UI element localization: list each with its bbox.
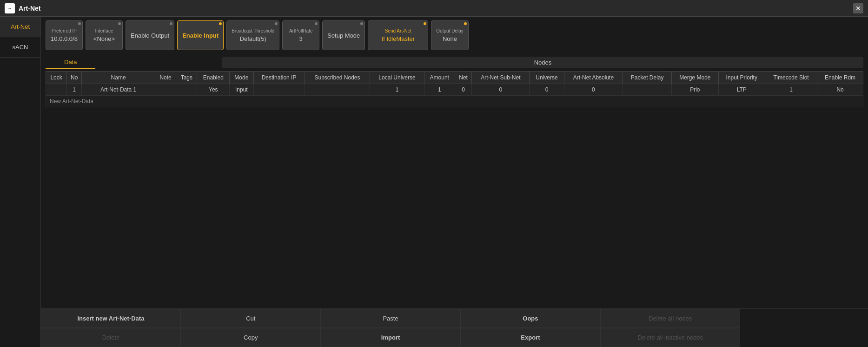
- interface-value: <None>: [93, 35, 115, 42]
- corner-indicator: [360, 22, 363, 25]
- col-packet-delay: Packet Delay: [623, 72, 672, 84]
- copy-button[interactable]: Copy: [181, 328, 321, 347]
- col-mode: Mode: [230, 72, 253, 84]
- controls-bar: Preferred IP 10.0.0.0/8 Interface <None>…: [41, 17, 868, 54]
- corner-indicator: [170, 22, 172, 25]
- artpollrate-control[interactable]: ArtPollRate 3: [282, 20, 319, 50]
- tab-data[interactable]: Data: [46, 56, 95, 69]
- col-local-universe: Local Universe: [370, 72, 424, 84]
- bottom-row-1: Insert new Art-Net-Data Cut Paste Oops D…: [41, 309, 868, 328]
- col-artnet-absolute: Art-Net Absolute: [564, 72, 623, 84]
- col-artnet-subnet: Art-Net Sub-Net: [472, 72, 530, 84]
- app-title: Art-Net: [19, 5, 40, 12]
- broadcast-threshold-control[interactable]: Broadcast Threshold Default(5): [226, 20, 279, 50]
- enable-input-control[interactable]: Enable Input: [177, 20, 224, 50]
- interface-label: Interface: [95, 28, 113, 33]
- import-button[interactable]: Import: [321, 328, 461, 347]
- content-area: Preferred IP 10.0.0.0/8 Interface <None>…: [41, 17, 868, 347]
- bottom-bar: Insert new Art-Net-Data Cut Paste Oops D…: [41, 308, 868, 347]
- col-enabled: Enabled: [197, 72, 230, 84]
- table-container: Lock No Name Note Tags Enabled Mode Dest…: [41, 71, 868, 308]
- enable-input-value: Enable Input: [182, 32, 219, 39]
- bottom-rows: Insert new Art-Net-Data Cut Paste Oops D…: [41, 309, 868, 347]
- section-bar: Data Nodes: [41, 54, 868, 71]
- col-universe: Universe: [530, 72, 564, 84]
- preferred-ip-control[interactable]: Preferred IP 10.0.0.0/8: [46, 20, 83, 50]
- paste-button[interactable]: Paste: [321, 309, 461, 328]
- close-button[interactable]: ✕: [853, 3, 863, 13]
- cut-button[interactable]: Cut: [181, 309, 321, 328]
- col-subscribed-nodes: Subscribed Nodes: [305, 72, 370, 84]
- table-row[interactable]: 1Art-Net-Data 1YesInput110000PrioLTP1No: [46, 84, 863, 96]
- delete-all-nodes-button: Delete all nodes: [600, 309, 740, 328]
- corner-indicator: [78, 22, 81, 25]
- output-delay-control[interactable]: Output Delay None: [431, 20, 468, 50]
- sidebar: Art-Net sACN: [0, 17, 41, 347]
- insert-new-button[interactable]: Insert new Art-Net-Data: [41, 309, 181, 328]
- bottom-row-2: Delete Copy Import Export Delete all ina…: [41, 328, 868, 347]
- col-net: Net: [455, 72, 471, 84]
- sidebar-item-sacn[interactable]: sACN: [0, 37, 40, 58]
- col-destination-ip: Destination IP: [253, 72, 305, 84]
- col-merge-mode: Merge Mode: [672, 72, 718, 84]
- setup-mode-control[interactable]: Setup Mode: [322, 20, 365, 50]
- title-bar-left: → Art-Net: [5, 3, 40, 13]
- table-header-row: Lock No Name Note Tags Enabled Mode Dest…: [46, 72, 863, 84]
- send-artnet-control[interactable]: Send Art-Net If IdleMaster: [368, 20, 428, 50]
- col-lock: Lock: [46, 72, 67, 84]
- setup-mode-value: Setup Mode: [327, 32, 360, 39]
- col-amount: Amount: [424, 72, 455, 84]
- col-input-priority: Input Priority: [718, 72, 765, 84]
- col-note: Note: [155, 72, 176, 84]
- export-button[interactable]: Export: [460, 328, 600, 347]
- artpollrate-label: ArtPollRate: [289, 28, 313, 33]
- col-timecode-slot: Timecode Slot: [765, 72, 817, 84]
- output-delay-label: Output Delay: [436, 28, 463, 33]
- sidebar-item-artnet[interactable]: Art-Net: [0, 17, 40, 37]
- col-tags: Tags: [176, 72, 197, 84]
- col-enable-rdm: Enable Rdm: [817, 72, 863, 84]
- app-logo: →: [5, 3, 15, 13]
- send-artnet-label: Send Art-Net: [385, 28, 411, 33]
- main-layout: Art-Net sACN Preferred IP 10.0.0.0/8 Int…: [0, 17, 868, 347]
- output-delay-value: None: [443, 35, 457, 42]
- data-table: Lock No Name Note Tags Enabled Mode Dest…: [46, 71, 863, 107]
- corner-indicator: [275, 22, 278, 25]
- preferred-ip-value: 10.0.0.0/8: [51, 35, 78, 42]
- col-name: Name: [82, 72, 155, 84]
- send-artnet-value: If IdleMaster: [382, 35, 415, 42]
- broadcast-threshold-value: Default(5): [240, 35, 266, 42]
- col-no: No: [67, 72, 82, 84]
- preferred-ip-label: Preferred IP: [52, 28, 77, 33]
- corner-indicator-active: [424, 22, 426, 25]
- interface-control[interactable]: Interface <None>: [86, 20, 123, 50]
- new-artnet-row[interactable]: New Art-Net-Data: [46, 96, 863, 107]
- title-bar: → Art-Net ✕: [0, 0, 868, 17]
- corner-indicator-active: [464, 22, 467, 25]
- spacer: [740, 309, 868, 328]
- tab-nodes[interactable]: Nodes: [222, 57, 863, 68]
- delete-all-inactive-button: Delete all inactive nodes: [600, 328, 740, 347]
- broadcast-threshold-label: Broadcast Threshold: [232, 28, 274, 33]
- enable-output-value: Enable Output: [131, 32, 169, 39]
- oops-button[interactable]: Oops: [460, 309, 600, 328]
- corner-indicator: [118, 22, 121, 25]
- spacer2: [740, 328, 868, 347]
- delete-button: Delete: [41, 328, 181, 347]
- corner-indicator: [315, 22, 318, 25]
- corner-indicator-active: [219, 22, 222, 25]
- enable-output-control[interactable]: Enable Output: [126, 20, 174, 50]
- artpollrate-value: 3: [299, 35, 303, 42]
